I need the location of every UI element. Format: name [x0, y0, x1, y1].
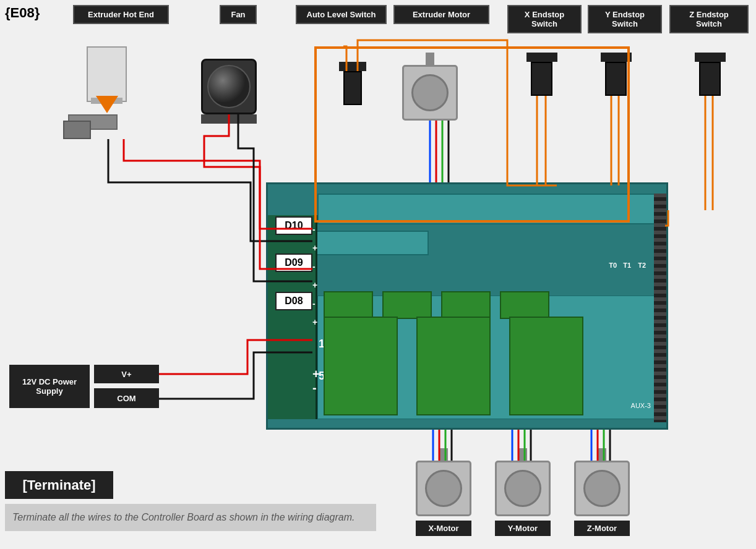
hot-end-red-wire	[124, 139, 312, 229]
psu-red-wire	[159, 340, 312, 374]
orange-group-box	[314, 46, 630, 223]
fan-red-wire	[204, 114, 312, 269]
z-endstop-horiz	[665, 210, 668, 226]
fan-black-wire	[238, 114, 312, 281]
psu-black-wire	[159, 352, 312, 399]
diagram-container: {E08} Extruder Hot End Fan Auto Level Sw…	[0, 0, 756, 549]
hot-end-black-wire	[108, 139, 312, 241]
